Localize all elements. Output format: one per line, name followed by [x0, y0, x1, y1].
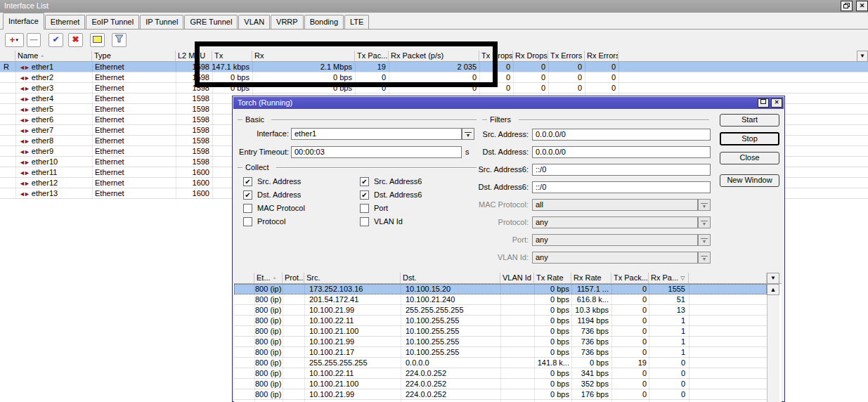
- filter-label: Src. Address:: [429, 129, 529, 141]
- torch-close-button[interactable]: ✕: [771, 98, 782, 108]
- remove-button[interactable]: —: [27, 33, 41, 47]
- funnel-icon: [115, 34, 124, 43]
- column-header-filler: [618, 51, 857, 61]
- check-icon: ✔: [52, 34, 59, 44]
- cell-rx_pa: 1: [681, 326, 685, 336]
- checkbox-label: Dst. Address: [257, 190, 301, 200]
- checkbox-dst-address[interactable]: ✔: [243, 190, 252, 200]
- enable-button[interactable]: ✔: [48, 33, 63, 47]
- add-button[interactable]: +▼: [5, 33, 24, 47]
- cell-name: ◄►ether8: [16, 136, 91, 145]
- cell-dst: 10.100.21.240: [406, 294, 498, 304]
- torch-column-header-Rx Pa...[interactable]: Rx Pa...▽: [649, 273, 689, 283]
- tab-vlan[interactable]: VLAN: [238, 15, 270, 29]
- filter-dropdown-button[interactable]: ▼: [698, 199, 711, 211]
- checkbox-protocol[interactable]: [243, 217, 252, 226]
- filter-combo[interactable]: any: [532, 234, 698, 246]
- cell-type: Ethernet: [93, 125, 175, 135]
- torch-column-header-Et...[interactable]: Et...▲: [254, 273, 283, 283]
- cell-l2mtu: 1598: [193, 125, 209, 135]
- filter-combo[interactable]: any: [532, 216, 698, 228]
- filter-input[interactable]: 0.0.0.0/0: [532, 129, 711, 141]
- torch-column-header-VLAN Id[interactable]: VLAN Id: [500, 273, 534, 283]
- cell-dst: 10.100.255.255: [406, 316, 498, 325]
- restore-button[interactable]: [841, 1, 853, 11]
- cell-rx_rate: 736 bps: [581, 347, 609, 357]
- minus-icon: —: [30, 35, 38, 44]
- cell-dst: 10.100.255.255: [406, 326, 498, 336]
- cell-type: Ethernet: [93, 167, 175, 177]
- filter-label: VLAN Id:: [429, 252, 529, 264]
- tab-ethernet[interactable]: Ethernet: [45, 15, 86, 29]
- tab-ip-tunnel[interactable]: IP Tunnel: [140, 15, 183, 29]
- filter-label: Dst. Address:: [429, 146, 529, 158]
- filter-dropdown-button[interactable]: ▼: [698, 216, 711, 228]
- cell-tx_pack: 0: [642, 294, 647, 304]
- tab-gre-tunnel[interactable]: GRE Tunnel: [184, 15, 238, 29]
- tab-lte[interactable]: LTE: [344, 15, 369, 29]
- start-button[interactable]: Start: [720, 114, 779, 127]
- torch-column-header-Tx Rate[interactable]: Tx Rate: [534, 273, 571, 283]
- disable-button[interactable]: ✖: [68, 33, 83, 47]
- filter-input[interactable]: 0.0.0.0/0: [532, 146, 711, 158]
- interface-label: Interface:: [233, 128, 289, 140]
- dropdown-icon: ▼: [701, 256, 708, 262]
- column-header-flags[interactable]: [0, 51, 15, 61]
- window-title: Interface List: [4, 1, 48, 10]
- column-header-Name[interactable]: Name▲: [15, 51, 92, 61]
- torch-column-header-Rx Rate[interactable]: Rx Rate: [571, 273, 611, 283]
- dropdown-icon: ▼: [701, 221, 708, 227]
- cell-tx_drops: 0: [506, 72, 510, 82]
- tab-bonding[interactable]: Bonding: [304, 15, 344, 29]
- tab-eoip-tunnel[interactable]: EoIP Tunnel: [86, 15, 139, 29]
- cell-name: ◄►ether4: [16, 93, 91, 103]
- scroll-up-button[interactable]: ▲: [767, 284, 779, 295]
- scrollbar-track[interactable]: [767, 284, 779, 402]
- filter-dropdown-button[interactable]: ▼: [698, 252, 711, 264]
- checkbox-label: Protocol: [257, 217, 285, 226]
- cell-rx_pa: 1: [681, 347, 685, 357]
- filter-dropdown-button[interactable]: ▼: [698, 234, 711, 246]
- tab-interface[interactable]: Interface: [3, 13, 44, 30]
- cell-tx_pack: 0: [642, 389, 647, 399]
- cell-tx_rate: 0 bps: [550, 316, 569, 325]
- filter-input[interactable]: ::/0: [532, 181, 711, 193]
- torch-table: 800 (ip)173.252.103.1610.100.15.200 bps1…: [234, 273, 782, 402]
- tab-vrrp[interactable]: VRRP: [271, 15, 304, 29]
- cell-tx_errors: 0: [578, 62, 582, 72]
- checkbox-port[interactable]: [360, 204, 369, 213]
- grid-line: [689, 284, 689, 402]
- interface-icon: ◄►: [19, 126, 29, 135]
- checkbox-src-address[interactable]: ✔: [243, 177, 252, 186]
- column-header-Rx Errors[interactable]: Rx Errors: [585, 51, 618, 61]
- filter-input[interactable]: ::/0: [532, 164, 711, 176]
- checkbox-vlan-id[interactable]: [360, 217, 369, 226]
- comment-button[interactable]: [90, 33, 105, 47]
- column-header-Type[interactable]: Type: [92, 51, 176, 61]
- column-header-Rx Drops[interactable]: Rx Drops: [513, 51, 548, 61]
- torch-column-header-Dst.[interactable]: Dst.: [401, 273, 500, 283]
- new-window-button[interactable]: New Window: [720, 174, 779, 187]
- torch-column-selector-button[interactable]: ▼: [767, 273, 779, 284]
- filter-button[interactable]: [112, 33, 127, 47]
- close-button[interactable]: ✕: [856, 1, 868, 11]
- checkbox-dst-address6[interactable]: ✔: [360, 190, 369, 200]
- checkbox-mac-protocol[interactable]: [243, 204, 252, 213]
- torch-column-header-Tx Pack...[interactable]: Tx Pack...: [611, 273, 649, 283]
- checkbox-src-address6[interactable]: ✔: [360, 177, 369, 186]
- torch-column-header-flags[interactable]: [234, 273, 254, 283]
- torch-column-header-Prot...[interactable]: Prot...: [283, 273, 304, 283]
- close-button[interactable]: Close: [720, 152, 779, 164]
- torch-column-header-Src.[interactable]: Src.: [304, 273, 401, 283]
- grid-line: [401, 284, 401, 402]
- cell-et: 800 (ip): [255, 379, 304, 389]
- cell-name: ◄►ether10: [16, 157, 91, 167]
- checkbox-label: Port: [374, 204, 388, 213]
- filter-combo[interactable]: any: [532, 252, 698, 264]
- cell-tx_drops: 0: [506, 83, 510, 93]
- column-header-Tx Errors[interactable]: Tx Errors: [548, 51, 585, 61]
- stop-button[interactable]: Stop: [720, 132, 779, 145]
- column-selector-button[interactable]: ▼: [857, 51, 868, 62]
- filter-combo[interactable]: all: [532, 199, 698, 211]
- torch-maximize-button[interactable]: [758, 98, 769, 108]
